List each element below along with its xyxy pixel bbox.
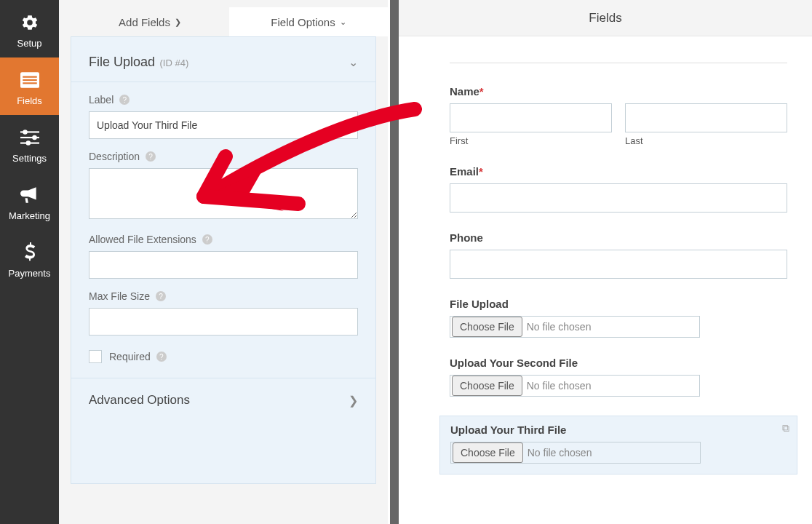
form-icon bbox=[20, 69, 39, 91]
field-label: Phone bbox=[450, 231, 787, 244]
required-checkbox[interactable] bbox=[89, 350, 102, 363]
field-label: Description bbox=[89, 151, 140, 162]
svg-point-9 bbox=[25, 140, 31, 146]
choose-file-button[interactable]: Choose File bbox=[452, 317, 522, 337]
field-label: Name bbox=[450, 85, 479, 98]
checkbox-label: Required bbox=[109, 351, 151, 362]
svg-rect-3 bbox=[23, 82, 37, 84]
preview-field-name[interactable]: Name* First Last bbox=[450, 85, 787, 146]
gear-icon bbox=[20, 12, 39, 33]
tab-label: Add Fields bbox=[119, 16, 170, 28]
divider bbox=[450, 63, 787, 63]
sidebar-item-settings[interactable]: Settings bbox=[0, 115, 59, 172]
chevron-down-icon: ⌄ bbox=[349, 55, 358, 69]
chevron-right-icon: ❯ bbox=[349, 394, 358, 408]
field-label: Allowed File Extensions bbox=[89, 234, 196, 245]
file-picker[interactable]: Choose File No file chosen bbox=[450, 442, 701, 464]
help-icon[interactable]: ? bbox=[119, 95, 130, 105]
choose-file-button[interactable]: Choose File bbox=[452, 376, 522, 396]
svg-point-7 bbox=[23, 130, 28, 135]
last-name-input[interactable] bbox=[625, 103, 787, 132]
preview-field-file1[interactable]: File Upload Choose File No file chosen bbox=[450, 298, 787, 338]
sidebar-item-label: Marketing bbox=[9, 210, 50, 221]
sidebar-item-label: Fields bbox=[17, 95, 42, 106]
preview-field-email[interactable]: Email* bbox=[450, 165, 787, 213]
preview-panel: Fields Name* First Last bbox=[399, 0, 812, 524]
sidebar-item-payments[interactable]: Payments bbox=[0, 230, 59, 287]
file-picker[interactable]: Choose File No file chosen bbox=[450, 375, 700, 397]
preview-field-file2[interactable]: Upload Your Second File Choose File No f… bbox=[450, 357, 787, 397]
section-title: File Upload bbox=[89, 55, 155, 69]
field-label: Upload Your Third File bbox=[450, 424, 787, 436]
svg-rect-1 bbox=[23, 76, 37, 78]
help-icon[interactable]: ? bbox=[156, 291, 166, 301]
sidebar-item-label: Settings bbox=[12, 153, 47, 164]
sliders-icon bbox=[20, 127, 39, 148]
description-input[interactable] bbox=[89, 168, 358, 219]
svg-point-8 bbox=[32, 135, 37, 140]
sub-label: Last bbox=[625, 135, 787, 146]
svg-rect-2 bbox=[23, 79, 37, 81]
advanced-label: Advanced Options bbox=[89, 393, 190, 408]
required-asterisk: * bbox=[479, 85, 484, 98]
extensions-input[interactable] bbox=[89, 251, 358, 279]
sidebar-item-setup[interactable]: Setup bbox=[0, 0, 59, 57]
preview-field-phone[interactable]: Phone bbox=[450, 231, 787, 279]
phone-input[interactable] bbox=[450, 250, 787, 279]
field-label: File Upload bbox=[450, 298, 787, 310]
email-input[interactable] bbox=[450, 183, 787, 213]
chevron-right-icon: ❯ bbox=[175, 17, 181, 27]
header-title: Fields bbox=[399, 0, 812, 36]
sidebar: Setup Fields Settings Marketing Payments bbox=[0, 0, 59, 524]
file-picker[interactable]: Choose File No file chosen bbox=[450, 316, 700, 338]
duplicate-icon[interactable]: ⧉ bbox=[782, 422, 789, 434]
dollar-icon bbox=[23, 242, 36, 263]
sidebar-item-fields[interactable]: Fields bbox=[0, 57, 59, 115]
tab-field-options[interactable]: Field Options ⌄ bbox=[229, 7, 388, 36]
help-icon[interactable]: ? bbox=[202, 234, 212, 245]
file-status-text: No file chosen bbox=[527, 380, 592, 392]
max-size-input[interactable] bbox=[89, 308, 358, 336]
field-options-panel: File Upload (ID #4) ⌄ Label ? Descriptio… bbox=[71, 36, 376, 484]
sidebar-item-label: Setup bbox=[17, 38, 42, 49]
preview-field-file3[interactable]: ⧉ Upload Your Third File Choose File No … bbox=[439, 416, 797, 475]
bullhorn-icon bbox=[20, 184, 39, 206]
first-name-input[interactable] bbox=[450, 103, 612, 132]
help-icon[interactable]: ? bbox=[146, 151, 156, 162]
left-panel: x Add Fields ❯ Field Options ⌄ File Uplo… bbox=[59, 0, 388, 524]
file-status-text: No file chosen bbox=[528, 447, 592, 458]
tab-label: Field Options bbox=[271, 16, 335, 28]
tab-add-fields[interactable]: Add Fields ❯ bbox=[71, 7, 229, 36]
chevron-down-icon: ⌄ bbox=[340, 17, 346, 27]
help-icon[interactable]: ? bbox=[156, 352, 167, 362]
sidebar-item-marketing[interactable]: Marketing bbox=[0, 172, 59, 230]
field-label: Upload Your Second File bbox=[450, 357, 787, 369]
section-header[interactable]: File Upload (ID #4) ⌄ bbox=[71, 37, 375, 82]
file-status-text: No file chosen bbox=[527, 321, 592, 333]
sub-label: First bbox=[450, 135, 612, 146]
sidebar-item-label: Payments bbox=[9, 268, 51, 279]
field-label: Email bbox=[450, 165, 479, 178]
section-id: (ID #4) bbox=[160, 57, 189, 68]
advanced-options-toggle[interactable]: Advanced Options ❯ bbox=[71, 378, 375, 410]
field-label: Max File Size bbox=[89, 290, 150, 302]
label-input[interactable] bbox=[89, 111, 358, 139]
required-asterisk: * bbox=[479, 165, 483, 178]
choose-file-button[interactable]: Choose File bbox=[453, 442, 523, 463]
panel-divider bbox=[390, 0, 399, 524]
field-label: Label bbox=[89, 94, 114, 106]
